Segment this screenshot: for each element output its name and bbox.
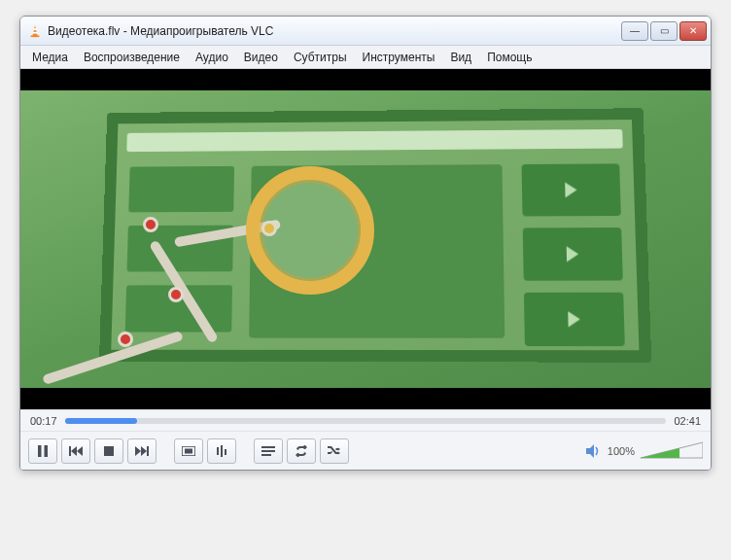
window-buttons: — ▭ ✕	[621, 21, 707, 41]
skip-back-icon	[69, 446, 83, 456]
svg-rect-16	[221, 445, 223, 457]
svg-rect-20	[261, 454, 271, 456]
svg-rect-6	[69, 446, 71, 456]
menu-help[interactable]: Помощь	[479, 49, 540, 66]
app-window: Видеотека.flv - Медиапроигрыватель VLC —…	[19, 16, 712, 471]
previous-button[interactable]	[61, 438, 90, 464]
menubar: Медиа Воспроизведение Аудио Видео Субтит…	[20, 46, 711, 69]
svg-rect-12	[147, 446, 149, 456]
loop-icon	[295, 445, 308, 457]
playlist-icon	[261, 446, 275, 456]
pause-icon	[37, 445, 49, 457]
video-area[interactable]	[20, 69, 711, 409]
svg-marker-23	[641, 448, 679, 458]
menu-media[interactable]: Медиа	[24, 49, 76, 66]
maximize-button[interactable]: ▭	[650, 21, 678, 41]
svg-rect-4	[38, 445, 42, 457]
svg-rect-1	[31, 35, 40, 37]
svg-rect-14	[185, 448, 192, 453]
seek-bar[interactable]	[65, 418, 667, 424]
next-button[interactable]	[127, 438, 157, 464]
svg-marker-7	[71, 446, 77, 456]
svg-marker-0	[32, 24, 37, 35]
svg-marker-11	[141, 446, 147, 456]
svg-marker-8	[77, 446, 83, 456]
vlc-cone-icon	[28, 24, 42, 38]
svg-rect-17	[225, 449, 226, 455]
extended-settings-button[interactable]	[207, 438, 236, 464]
svg-marker-10	[135, 446, 141, 456]
window-title: Видеотека.flv - Медиапроигрыватель VLC	[48, 24, 621, 38]
volume-group: 100%	[586, 440, 703, 462]
svg-rect-18	[261, 446, 275, 448]
close-button[interactable]: ✕	[679, 21, 707, 41]
svg-rect-3	[33, 31, 38, 33]
pause-button[interactable]	[28, 438, 57, 464]
menu-audio[interactable]: Аудио	[188, 49, 236, 66]
fullscreen-button[interactable]	[174, 438, 203, 464]
menu-tools[interactable]: Инструменты	[355, 49, 443, 66]
stop-icon	[104, 446, 114, 456]
titlebar[interactable]: Видеотека.flv - Медиапроигрыватель VLC —…	[20, 17, 711, 46]
svg-marker-21	[586, 444, 594, 458]
menu-playback[interactable]: Воспроизведение	[76, 49, 188, 66]
video-frame	[20, 90, 711, 388]
seek-row: 00:17 02:41	[20, 409, 711, 431]
volume-percent: 100%	[608, 445, 635, 457]
fullscreen-icon	[182, 446, 195, 456]
shuffle-icon	[328, 445, 341, 457]
shuffle-button[interactable]	[320, 438, 349, 464]
playlist-button[interactable]	[254, 438, 283, 464]
equalizer-icon	[216, 445, 227, 457]
skip-forward-icon	[135, 446, 149, 456]
time-total: 02:41	[674, 415, 701, 427]
loop-button[interactable]	[287, 438, 316, 464]
minimize-button[interactable]: —	[621, 21, 648, 41]
svg-rect-15	[217, 447, 219, 455]
time-current: 00:17	[30, 415, 57, 427]
menu-subtitle[interactable]: Субтитры	[286, 49, 355, 66]
svg-rect-9	[104, 446, 114, 456]
volume-slider[interactable]	[641, 440, 703, 462]
seek-progress	[65, 418, 137, 424]
svg-rect-2	[33, 28, 37, 30]
menu-video[interactable]: Видео	[236, 49, 286, 66]
speaker-icon[interactable]	[586, 444, 602, 458]
svg-rect-5	[45, 445, 49, 457]
stop-button[interactable]	[94, 438, 123, 464]
video-illustration	[99, 108, 651, 362]
controls-bar: 100%	[20, 431, 711, 470]
svg-rect-19	[261, 450, 275, 452]
menu-view[interactable]: Вид	[442, 49, 479, 66]
